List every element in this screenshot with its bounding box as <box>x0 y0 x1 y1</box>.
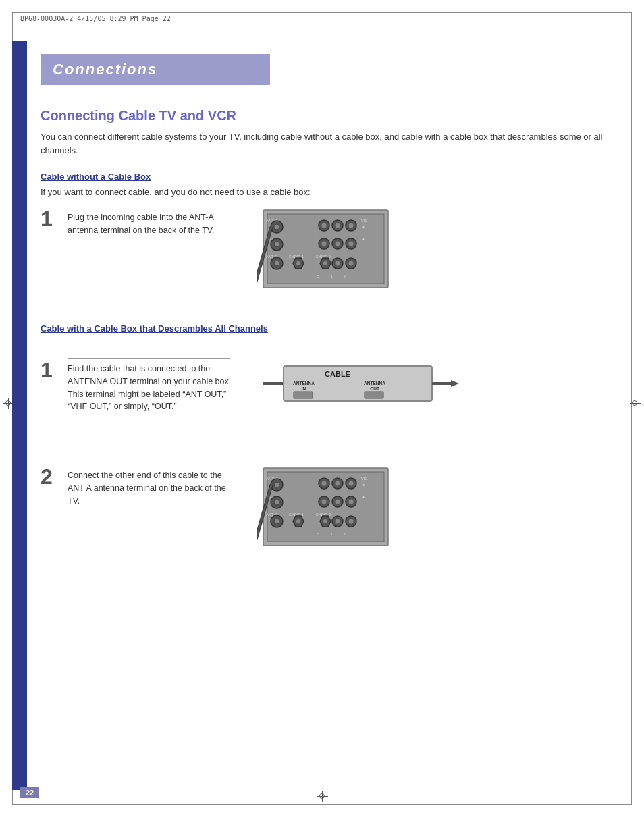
svg-point-69 <box>322 500 327 504</box>
subsection2-title: Cable with a Cable Box that Descrambles … <box>41 323 617 334</box>
section-divider-2 <box>41 339 617 358</box>
step1-number: 1 <box>41 208 61 230</box>
intro-text: You can connect different cable systems … <box>41 130 617 157</box>
step1-text: Plug the incoming cable into the ANT-A a… <box>68 207 236 237</box>
cable-box-image: CABLE ANTENNA IN ANTENNA OUT <box>263 358 459 412</box>
tv-panel-image-2: ANT-A VID ◄ ANT-B <box>257 465 392 549</box>
tv-back-panel-svg-2: ANT-A VID ◄ ANT-B <box>257 465 392 549</box>
svg-text:◄: ◄ <box>361 237 365 241</box>
svg-text:OUT: OUT <box>370 386 379 391</box>
svg-text:◄: ◄ <box>361 225 365 229</box>
tv-back-panel-svg-1: ANT-A VID ◄ ANT-B <box>257 207 392 291</box>
step2-1-number: 1 <box>41 359 61 381</box>
svg-rect-49 <box>365 392 383 398</box>
tv-panel-image-1: ANT-A VID ◄ ANT-B <box>257 207 392 291</box>
svg-point-85 <box>336 519 340 524</box>
svg-point-31 <box>323 261 327 265</box>
svg-point-71 <box>336 500 340 504</box>
page-border-bottom <box>12 804 632 805</box>
subsection1-title: Cable without a Cable Box <box>41 172 617 182</box>
subsection2-step2-row: 2 Connect the other end of this cable to… <box>41 465 617 549</box>
svg-point-21 <box>349 242 354 246</box>
svg-text:◄: ◄ <box>361 483 365 487</box>
svg-point-73 <box>349 500 354 504</box>
svg-text:5: 5 <box>317 532 319 536</box>
step2-2-border <box>68 465 230 465</box>
svg-text:1: 1 <box>331 274 333 278</box>
svg-point-33 <box>336 261 340 266</box>
svg-text:ANTENNA: ANTENNA <box>293 381 315 386</box>
svg-point-19 <box>336 242 340 246</box>
blue-sidebar-stripe <box>12 41 27 790</box>
svg-point-67 <box>274 500 279 505</box>
svg-text:1: 1 <box>331 532 333 536</box>
page-title: Connections <box>53 61 258 78</box>
svg-text:VID: VID <box>361 477 367 481</box>
svg-point-79 <box>274 519 279 524</box>
step2-2-number: 2 <box>41 466 61 487</box>
step2-2-text: Connect the other end of this cable to t… <box>68 465 236 507</box>
title-banner: Connections <box>41 54 270 85</box>
svg-point-17 <box>322 242 327 246</box>
svg-text:VID: VID <box>361 219 367 223</box>
page-border-top <box>12 12 632 13</box>
main-content: Connecting Cable TV and VCR You can conn… <box>41 108 617 562</box>
svg-point-56 <box>274 482 279 487</box>
svg-text:CABLE: CABLE <box>325 370 350 378</box>
svg-text:◄: ◄ <box>361 495 365 499</box>
svg-point-58 <box>322 481 327 486</box>
page-number: 22 <box>20 787 39 798</box>
svg-point-87 <box>349 519 354 524</box>
cable-box-svg: CABLE ANTENNA IN ANTENNA OUT <box>263 358 459 412</box>
svg-point-15 <box>274 242 279 247</box>
svg-rect-46 <box>294 392 313 398</box>
svg-point-81 <box>296 519 300 523</box>
svg-text:ANTENNA: ANTENNA <box>364 381 385 386</box>
subsection1-intro: If you want to connect cable, and you do… <box>41 187 617 197</box>
svg-point-62 <box>349 481 354 486</box>
svg-point-60 <box>336 481 340 486</box>
svg-text:8: 8 <box>344 274 346 278</box>
reg-mark-right <box>630 398 641 409</box>
svg-point-29 <box>296 261 300 265</box>
svg-point-83 <box>323 519 327 523</box>
section-divider-4 <box>41 446 617 465</box>
header-meta: BP68-00030A-2 4/15/05 8:29 PM Page 22 <box>20 15 171 22</box>
svg-point-35 <box>349 261 354 266</box>
section-title: Connecting Cable TV and VCR <box>41 108 617 124</box>
svg-point-27 <box>274 261 279 266</box>
step2-1-border <box>68 358 230 359</box>
svg-marker-51 <box>451 380 459 387</box>
svg-point-4 <box>274 224 279 230</box>
section-divider-3 <box>41 427 617 446</box>
svg-text:8: 8 <box>344 532 346 536</box>
svg-point-10 <box>349 223 354 228</box>
section-divider-1 <box>41 305 617 323</box>
step2-1-text: Find the cable that is connected to the … <box>68 358 236 413</box>
svg-text:IN: IN <box>302 386 306 391</box>
svg-point-6 <box>322 223 327 228</box>
reg-mark-bottom <box>317 791 328 802</box>
step1-border <box>68 207 230 207</box>
subsection1-step1-row: 1 Plug the incoming cable into the ANT-A… <box>41 207 617 291</box>
svg-point-8 <box>336 223 340 228</box>
subsection2-step1-row: 1 Find the cable that is connected to th… <box>41 358 617 413</box>
svg-text:5: 5 <box>317 274 319 278</box>
